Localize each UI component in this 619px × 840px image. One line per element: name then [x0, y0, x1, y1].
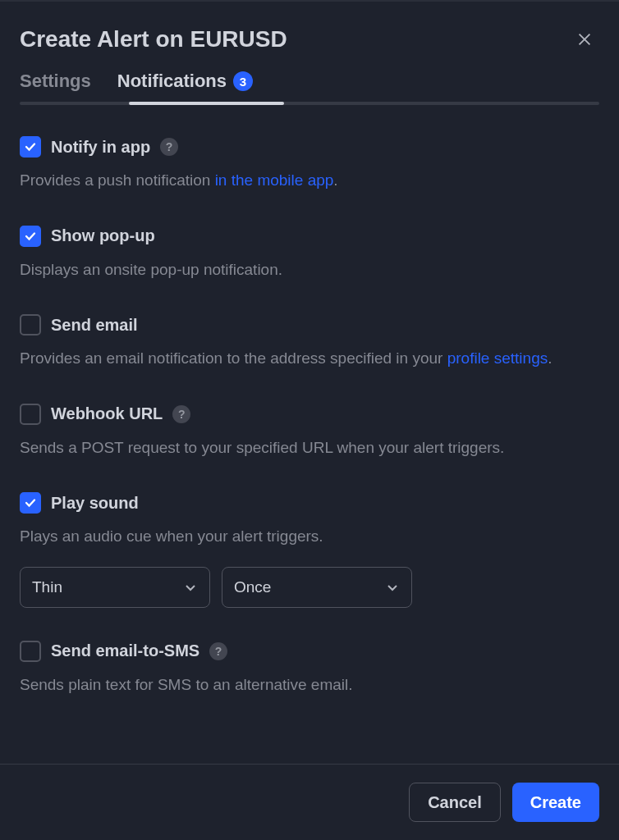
option-webhook-url: Webhook URL ? Sends a POST request to yo… [20, 404, 599, 460]
notifications-count-badge: 3 [233, 71, 253, 91]
select-value: Thin [32, 578, 62, 596]
option-notify-in-app: Notify in app ? Provides a push notifica… [20, 136, 599, 193]
option-description: Provides an email notification to the ad… [20, 347, 599, 371]
option-send-email: Send email Provides an email notificatio… [20, 314, 599, 371]
chevron-down-icon [183, 580, 198, 595]
help-icon[interactable]: ? [172, 405, 190, 423]
mobile-app-link[interactable]: in the mobile app [215, 171, 334, 189]
notifications-content: Notify in app ? Provides a push notifica… [20, 112, 599, 764]
option-label: Play sound [51, 494, 139, 513]
option-show-popup: Show pop-up Displays an onsite pop-up no… [20, 226, 599, 282]
create-alert-dialog: Create Alert on EURUSD Settings Notifica… [0, 2, 619, 840]
checkbox-play-sound[interactable] [20, 492, 41, 514]
close-icon [575, 30, 594, 48]
dialog-footer: Cancel Create [0, 764, 619, 840]
check-icon [24, 496, 37, 509]
option-label: Send email-to-SMS [51, 641, 199, 660]
chevron-down-icon [385, 580, 400, 595]
profile-settings-link[interactable]: profile settings [447, 349, 548, 367]
option-description: Sends a POST request to your specified U… [20, 436, 599, 460]
option-play-sound: Play sound Plays an audio cue when your … [20, 492, 599, 608]
sound-name-select[interactable]: Thin [20, 567, 210, 608]
option-label: Notify in app [51, 138, 150, 157]
checkbox-webhook-url[interactable] [20, 404, 41, 425]
option-email-to-sms: Send email-to-SMS ? Sends plain text for… [20, 641, 599, 697]
checkbox-show-popup[interactable] [20, 226, 41, 247]
close-button[interactable] [570, 25, 599, 54]
sound-selects: Thin Once [20, 567, 599, 608]
option-description: Sends plain text for SMS to an alternati… [20, 673, 599, 697]
tab-settings[interactable]: Settings [20, 71, 91, 102]
checkbox-email-to-sms[interactable] [20, 641, 41, 662]
tab-label: Settings [20, 71, 91, 92]
option-label: Show pop-up [51, 226, 155, 245]
check-icon [24, 230, 37, 243]
option-description: Plays an audio cue when your alert trigg… [20, 525, 599, 549]
tab-underline [20, 102, 599, 105]
checkbox-send-email[interactable] [20, 314, 41, 336]
tabs: Settings Notifications 3 [20, 71, 599, 102]
help-icon[interactable]: ? [209, 642, 227, 660]
option-description: Displays an onsite pop-up notification. [20, 258, 599, 282]
create-button[interactable]: Create [512, 783, 599, 822]
select-value: Once [234, 578, 271, 596]
tab-indicator [129, 102, 284, 105]
dialog-header: Create Alert on EURUSD [20, 2, 599, 71]
option-description: Provides a push notification in the mobi… [20, 169, 599, 193]
dialog-title: Create Alert on EURUSD [20, 26, 287, 52]
cancel-button[interactable]: Cancel [409, 783, 501, 822]
help-icon[interactable]: ? [160, 138, 178, 156]
check-icon [24, 140, 37, 153]
tab-label: Notifications [117, 71, 227, 92]
option-label: Send email [51, 316, 138, 335]
option-label: Webhook URL [51, 404, 163, 423]
checkbox-notify-in-app[interactable] [20, 136, 41, 158]
sound-repeat-select[interactable]: Once [222, 567, 412, 608]
tab-notifications[interactable]: Notifications 3 [117, 71, 253, 102]
